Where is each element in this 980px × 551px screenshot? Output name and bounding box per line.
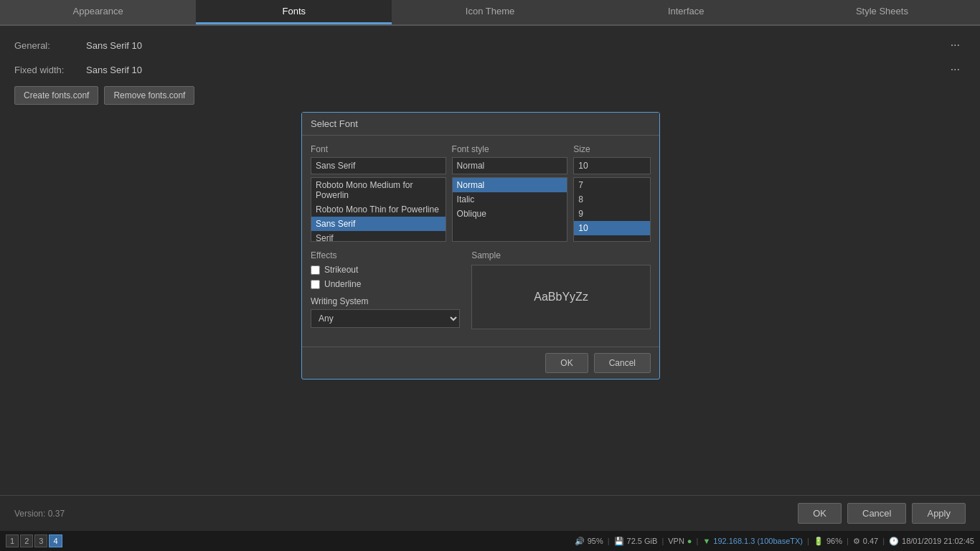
dialog-title: Select Font (302, 113, 659, 136)
general-row: General: Sans Serif 10 ··· (14, 37, 966, 53)
taskbar-num-2[interactable]: 2 (20, 534, 33, 547)
ok-button[interactable]: OK (798, 503, 842, 524)
main-content: General: Sans Serif 10 ··· Fixed width: … (0, 26, 980, 495)
writing-system-select: Any (311, 309, 460, 328)
size-input[interactable] (573, 157, 651, 174)
effects-column: Effects Strikeout Underline Writing Syst… (311, 250, 460, 329)
taskbar-num-1[interactable]: 1 (6, 534, 19, 547)
tab-style-sheets[interactable]: Style Sheets (784, 0, 980, 24)
sample-box: AaBbYyZz (471, 265, 651, 329)
effects-label: Effects (311, 250, 460, 260)
general-value: Sans Serif 10 (86, 40, 945, 51)
dialog-cancel-button[interactable]: Cancel (594, 353, 651, 373)
dialog-button-row: OK Cancel (302, 347, 659, 379)
battery-icon: 🔋 (814, 537, 824, 546)
fixed-dots-button[interactable]: ··· (945, 62, 966, 77)
style-list-item-selected[interactable]: Normal (453, 178, 567, 192)
tab-bar: Appearance Fonts Icon Theme Interface St… (0, 0, 980, 26)
style-col-label: Font style (452, 144, 568, 154)
cancel-button[interactable]: Cancel (847, 503, 906, 524)
fixed-width-row: Fixed width: Sans Serif 10 ··· (14, 62, 966, 77)
underline-label: Underline (324, 279, 361, 289)
version-label: Version: 0.37 (14, 509, 65, 519)
size-list-item-selected[interactable]: 10 (574, 221, 650, 235)
font-list-item[interactable]: Roboto Mono Thin for Powerline (311, 202, 446, 217)
bottom-buttons: OK Cancel Apply (798, 503, 966, 524)
disk-icon: 💾 (614, 537, 624, 546)
volume-status: 95% (588, 537, 603, 545)
tab-fonts[interactable]: Fonts (196, 0, 392, 24)
dialog-ok-button[interactable]: OK (545, 353, 588, 373)
size-col-label: Size (573, 144, 651, 154)
vpn-status: ● (687, 537, 692, 545)
strikeout-label: Strikeout (324, 265, 358, 275)
font-list-item[interactable]: Serif (311, 231, 446, 242)
strikeout-checkbox[interactable] (311, 265, 320, 275)
select-font-dialog: Select Font Font Roboto Mono Medium for … (301, 112, 660, 380)
general-dots-button[interactable]: ··· (945, 37, 966, 53)
tab-interface[interactable]: Interface (588, 0, 784, 24)
font-list[interactable]: Roboto Mono Medium for Powerlin Roboto M… (311, 177, 446, 242)
taskbar-num-3[interactable]: 3 (34, 534, 47, 547)
apply-button[interactable]: Apply (912, 503, 966, 524)
sample-text: AaBbYyZz (534, 291, 588, 303)
vpn-label: VPN (668, 537, 684, 545)
underline-checkbox[interactable] (311, 280, 320, 289)
style-list[interactable]: Normal Italic Oblique (452, 177, 568, 242)
load-status: 0.47 (863, 537, 878, 545)
font-columns: Font Roboto Mono Medium for Powerlin Rob… (311, 144, 651, 242)
size-list-item[interactable]: 9 (574, 207, 650, 221)
download-icon: ▼ (702, 537, 710, 545)
create-fonts-button[interactable]: Create fonts.conf (14, 86, 98, 105)
clock-icon: 🕐 (889, 537, 899, 546)
size-list-item[interactable]: 7 (574, 178, 650, 192)
size-column: Size 7 8 9 10 (573, 144, 651, 242)
tab-appearance[interactable]: Appearance (0, 0, 196, 24)
volume-icon: 🔊 (575, 537, 585, 546)
disk-status: 72.5 GiB (627, 537, 658, 545)
dialog-body: Font Roboto Mono Medium for Powerlin Rob… (302, 136, 659, 347)
gear-icon: ⚙ (853, 537, 860, 546)
fixed-label: Fixed width: (14, 65, 86, 75)
sample-column: Sample AaBbYyZz (471, 250, 651, 329)
taskbar-left: 1 2 3 4 (6, 534, 62, 547)
battery-status: 96% (826, 537, 842, 545)
font-input[interactable] (311, 157, 446, 174)
font-column: Font Roboto Mono Medium for Powerlin Rob… (311, 144, 446, 242)
taskbar-right: 🔊 95% | 💾 72.5 GiB | VPN ● | ▼ 192.168.1… (575, 537, 974, 546)
ip-address: 192.168.1.3 (100baseTX) (713, 537, 803, 545)
strikeout-row: Strikeout (311, 265, 460, 275)
size-list-item[interactable]: 8 (574, 192, 650, 207)
font-list-item-selected[interactable]: Sans Serif (311, 217, 446, 231)
taskbar-num-4[interactable]: 4 (49, 534, 62, 547)
effects-sample-row: Effects Strikeout Underline Writing Syst… (311, 250, 651, 329)
taskbar: 1 2 3 4 🔊 95% | 💾 72.5 GiB | VPN ● | ▼ 1… (0, 531, 980, 551)
writing-system-label: Writing System (311, 296, 460, 306)
tab-icon-theme[interactable]: Icon Theme (392, 0, 588, 24)
datetime: 18/01/2019 21:02:45 (902, 537, 974, 545)
font-list-item[interactable]: Roboto Mono Medium for Powerlin (311, 178, 446, 202)
style-list-item[interactable]: Italic (453, 192, 567, 207)
bottom-bar: Version: 0.37 OK Cancel Apply (0, 495, 980, 531)
fixed-value: Sans Serif 10 (86, 65, 945, 75)
style-input[interactable] (452, 157, 568, 174)
size-list[interactable]: 7 8 9 10 (573, 177, 651, 242)
writing-system-dropdown[interactable]: Any (311, 309, 460, 328)
remove-fonts-button[interactable]: Remove fonts.conf (104, 86, 194, 105)
style-list-item[interactable]: Oblique (453, 207, 567, 221)
underline-row: Underline (311, 279, 460, 289)
font-col-label: Font (311, 144, 446, 154)
sample-label: Sample (471, 250, 651, 260)
general-label: General: (14, 40, 86, 51)
style-column: Font style Normal Italic Oblique (452, 144, 568, 242)
action-buttons-row: Create fonts.conf Remove fonts.conf (14, 86, 966, 105)
